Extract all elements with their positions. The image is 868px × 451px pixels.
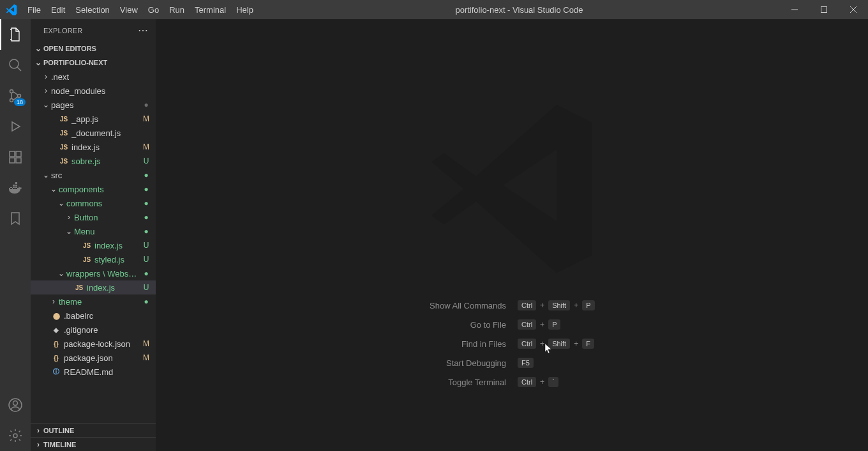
svg-rect-11 xyxy=(10,158,15,163)
tree-item-label: node_modules xyxy=(51,86,151,96)
menu-bar: File Edit Selection View Go Run Terminal… xyxy=(22,0,258,19)
menu-help[interactable]: Help xyxy=(231,0,258,19)
tree-item-label: index.js xyxy=(94,241,138,250)
chevron-right-icon: › xyxy=(49,297,59,306)
tree-item-label: sobre.js xyxy=(71,157,138,166)
activity-docker[interactable] xyxy=(0,172,31,203)
tree-item[interactable]: JSindex.jsU xyxy=(31,280,156,294)
tree-item[interactable]: JS_document.js xyxy=(31,126,156,140)
chevron-down-icon: ⌄ xyxy=(64,227,74,236)
chevron-down-icon: ⌄ xyxy=(41,171,51,180)
chevron-down-icon: ⌄ xyxy=(33,58,43,67)
file-icon: {} xyxy=(51,355,61,362)
activity-scm[interactable]: 18 xyxy=(0,80,31,111)
tree-item-label: index.js xyxy=(71,142,138,152)
tree-item-label: package.json xyxy=(64,353,138,363)
git-status-badge: U xyxy=(142,241,151,250)
activity-settings[interactable] xyxy=(0,420,31,451)
tree-item-label: wrappers \ Websit... xyxy=(66,269,138,279)
keyboard-key: P xyxy=(582,300,594,310)
chevron-right-icon: › xyxy=(64,213,74,222)
tree-item[interactable]: JSindex.jsU xyxy=(31,238,156,252)
git-status-badge: U xyxy=(142,157,151,165)
menu-view[interactable]: View xyxy=(115,0,143,19)
file-icon: JS xyxy=(59,144,69,151)
tree-item-label: pages xyxy=(51,100,138,110)
sidebar-more-icon[interactable]: ⋯ xyxy=(138,24,148,36)
tree-item[interactable]: ⌄pages● xyxy=(31,98,156,112)
activity-bookmarks[interactable] xyxy=(0,203,31,234)
tree-item-label: theme xyxy=(59,297,138,307)
file-icon: JS xyxy=(82,242,92,249)
menu-edit[interactable]: Edit xyxy=(46,0,70,19)
tree-item-label: .next xyxy=(51,72,151,82)
tree-item[interactable]: JSsobre.jsU xyxy=(31,154,156,168)
section-label: PORTIFOLIO-NEXT xyxy=(43,59,107,66)
activity-search[interactable] xyxy=(0,50,31,80)
tree-item[interactable]: ⌄wrappers \ Websit...● xyxy=(31,266,156,280)
tree-item[interactable]: ›Button● xyxy=(31,210,156,224)
menu-file[interactable]: File xyxy=(22,0,46,19)
svg-rect-1 xyxy=(821,7,827,13)
section-project[interactable]: ⌄ PORTIFOLIO-NEXT xyxy=(31,56,156,70)
tree-item[interactable]: ⬤.babelrc xyxy=(31,309,156,323)
svg-point-16 xyxy=(13,434,17,438)
tree-item[interactable]: JSindex.jsM xyxy=(31,140,156,154)
sidebar: EXPLORER ⋯ ⌄ OPEN EDITORS ⌄ PORTIFOLIO-N… xyxy=(31,19,156,451)
scm-badge: 18 xyxy=(14,98,26,106)
tree-item-label: .babelrc xyxy=(64,311,151,321)
maximize-button[interactable] xyxy=(809,0,839,19)
git-status-badge: ● xyxy=(142,297,151,306)
file-icon: JS xyxy=(74,284,84,291)
close-button[interactable] xyxy=(839,0,868,19)
welcome-label: Find in Files xyxy=(353,339,506,349)
section-outline[interactable]: › OUTLINE xyxy=(31,423,156,437)
section-open-editors[interactable]: ⌄ OPEN EDITORS xyxy=(31,42,156,56)
tree-item[interactable]: ›theme● xyxy=(31,294,156,309)
tree-item[interactable]: JSstyled.jsU xyxy=(31,252,156,266)
menu-selection[interactable]: Selection xyxy=(70,0,114,19)
svg-rect-12 xyxy=(16,158,21,163)
git-status-badge: M xyxy=(142,353,151,362)
git-status-badge: U xyxy=(142,255,151,264)
welcome-label: Go to File xyxy=(353,320,506,330)
section-timeline[interactable]: › TIMELINE xyxy=(31,437,156,451)
section-label: TIMELINE xyxy=(43,441,76,448)
keyboard-key: Ctrl xyxy=(518,377,536,387)
plus-separator: + xyxy=(574,339,578,348)
tree-item-label: commons xyxy=(66,199,138,208)
chevron-down-icon: ⌄ xyxy=(41,100,51,109)
git-status-badge: ● xyxy=(142,269,151,278)
main: 18 EXPLORER ⋯ ⌄ OPEN EDITORS xyxy=(0,19,868,451)
tree-item[interactable]: JS_app.jsM xyxy=(31,112,156,126)
tree-item[interactable]: ⌄Menu● xyxy=(31,224,156,238)
tree-item[interactable]: ⌄components● xyxy=(31,182,156,196)
tree-item[interactable]: ⌄src● xyxy=(31,168,156,182)
minimize-button[interactable] xyxy=(780,0,809,19)
activity-debug[interactable] xyxy=(0,111,31,142)
tree-item-label: .gitignore xyxy=(64,325,151,335)
activity-extensions[interactable] xyxy=(0,142,31,172)
tree-item[interactable]: ›.next xyxy=(31,70,156,84)
activity-account[interactable] xyxy=(0,390,31,420)
svg-marker-9 xyxy=(12,122,20,131)
keyboard-key: Ctrl xyxy=(518,339,536,349)
menu-run[interactable]: Run xyxy=(164,0,190,19)
tree-item[interactable]: {}package.jsonM xyxy=(31,351,156,365)
tree-item[interactable]: {}package-lock.jsonM xyxy=(31,337,156,351)
tree-item[interactable]: ›node_modules xyxy=(31,84,156,98)
activity-explorer[interactable] xyxy=(0,19,31,50)
menu-go[interactable]: Go xyxy=(143,0,164,19)
tree-item[interactable]: ◆.gitignore xyxy=(31,323,156,337)
vscode-watermark-icon xyxy=(423,96,601,277)
tree-item[interactable]: ⌄commons● xyxy=(31,196,156,210)
menu-terminal[interactable]: Terminal xyxy=(190,0,231,19)
file-icon: ⓘ xyxy=(51,367,61,376)
git-status-badge: ● xyxy=(142,227,151,236)
tree-item[interactable]: ⓘREADME.md xyxy=(31,365,156,379)
activity-bar: 18 xyxy=(0,19,31,451)
svg-rect-13 xyxy=(16,151,21,157)
chevron-down-icon: ⌄ xyxy=(56,269,66,278)
plus-separator: + xyxy=(574,301,578,310)
chevron-right-icon: › xyxy=(33,426,43,435)
